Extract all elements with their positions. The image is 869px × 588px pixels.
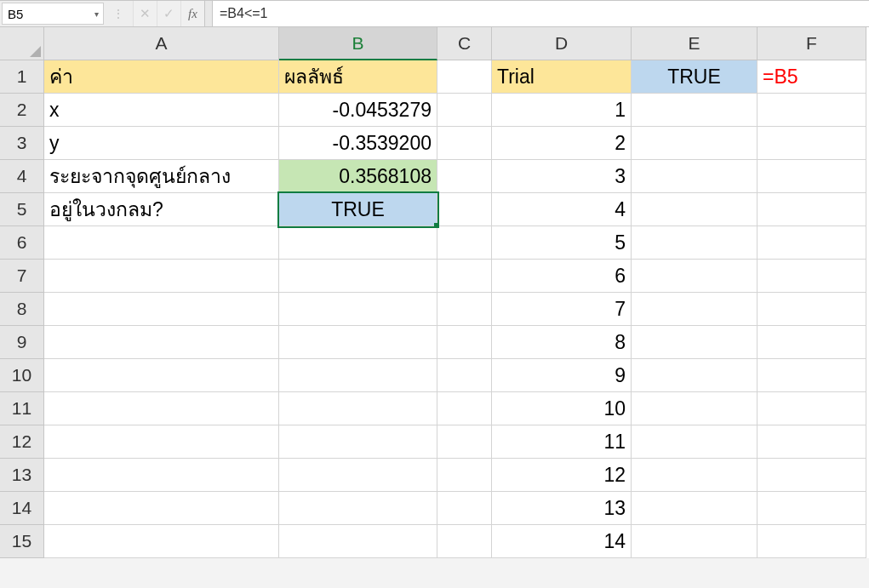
cell-B9[interactable] bbox=[279, 326, 437, 359]
cell-A10[interactable] bbox=[44, 359, 279, 392]
cell-B4[interactable]: 0.3568108 bbox=[279, 160, 437, 193]
cell-B7[interactable] bbox=[279, 260, 437, 293]
cell-D8[interactable]: 7 bbox=[492, 293, 632, 326]
cell-F7[interactable] bbox=[758, 260, 866, 293]
cell-F11[interactable] bbox=[758, 392, 866, 425]
cell-B6[interactable] bbox=[279, 226, 437, 260]
cell-E1[interactable]: TRUE bbox=[632, 60, 758, 94]
cell-C9[interactable] bbox=[437, 326, 492, 359]
cell-F4[interactable] bbox=[758, 160, 866, 193]
column-header-C[interactable]: C bbox=[437, 27, 492, 60]
cell-D7[interactable]: 6 bbox=[492, 260, 632, 293]
cell-D15[interactable]: 14 bbox=[492, 525, 632, 558]
row-header-7[interactable]: 7 bbox=[0, 260, 44, 293]
cell-F5[interactable] bbox=[758, 193, 866, 226]
cell-E4[interactable] bbox=[632, 160, 758, 193]
row-header-11[interactable]: 11 bbox=[0, 392, 44, 425]
cell-C14[interactable] bbox=[437, 492, 492, 525]
cell-C6[interactable] bbox=[437, 226, 492, 260]
name-box-wrap[interactable]: ▾ bbox=[2, 3, 104, 25]
cell-E7[interactable] bbox=[632, 260, 758, 293]
cell-C11[interactable] bbox=[437, 392, 492, 425]
cell-D13[interactable]: 12 bbox=[492, 459, 632, 492]
cell-E3[interactable] bbox=[632, 127, 758, 160]
cell-C13[interactable] bbox=[437, 459, 492, 492]
cell-D12[interactable]: 11 bbox=[492, 425, 632, 459]
cell-F13[interactable] bbox=[758, 459, 866, 492]
row-header-1[interactable]: 1 bbox=[0, 60, 44, 94]
cell-C15[interactable] bbox=[437, 525, 492, 558]
cell-C2[interactable] bbox=[437, 94, 492, 127]
cell-B14[interactable] bbox=[279, 492, 437, 525]
cell-A9[interactable] bbox=[44, 326, 279, 359]
row-header-10[interactable]: 10 bbox=[0, 359, 44, 392]
cell-D9[interactable]: 8 bbox=[492, 326, 632, 359]
row-header-5[interactable]: 5 bbox=[0, 193, 44, 226]
cell-F2[interactable] bbox=[758, 94, 866, 127]
cell-E5[interactable] bbox=[632, 193, 758, 226]
cell-F10[interactable] bbox=[758, 359, 866, 392]
row-header-4[interactable]: 4 bbox=[0, 160, 44, 193]
cell-C3[interactable] bbox=[437, 127, 492, 160]
cell-A13[interactable] bbox=[44, 459, 279, 492]
cell-A4[interactable]: ระยะจากจุดศูนย์กลาง bbox=[44, 160, 279, 193]
cell-D5[interactable]: 4 bbox=[492, 193, 632, 226]
cell-D10[interactable]: 9 bbox=[492, 359, 632, 392]
cell-A2[interactable]: x bbox=[44, 94, 279, 127]
cell-F8[interactable] bbox=[758, 293, 866, 326]
cell-D2[interactable]: 1 bbox=[492, 94, 632, 127]
cell-D6[interactable]: 5 bbox=[492, 226, 632, 260]
accept-formula-button[interactable]: ✓ bbox=[157, 1, 180, 26]
cell-E9[interactable] bbox=[632, 326, 758, 359]
cell-E2[interactable] bbox=[632, 94, 758, 127]
row-header-14[interactable]: 14 bbox=[0, 492, 44, 525]
cell-E14[interactable] bbox=[632, 492, 758, 525]
cell-B1[interactable]: ผลลัพธ์ bbox=[279, 60, 437, 94]
column-header-A[interactable]: A bbox=[44, 27, 279, 60]
cell-F6[interactable] bbox=[758, 226, 866, 260]
cell-A7[interactable] bbox=[44, 260, 279, 293]
formula-input[interactable] bbox=[213, 1, 869, 26]
cell-C7[interactable] bbox=[437, 260, 492, 293]
cell-D11[interactable]: 10 bbox=[492, 392, 632, 425]
cell-A12[interactable] bbox=[44, 425, 279, 459]
cell-A15[interactable] bbox=[44, 525, 279, 558]
cell-E11[interactable] bbox=[632, 392, 758, 425]
cell-F1[interactable]: =B5 bbox=[758, 60, 866, 94]
row-header-6[interactable]: 6 bbox=[0, 226, 44, 260]
column-header-F[interactable]: F bbox=[758, 27, 866, 60]
cell-B11[interactable] bbox=[279, 392, 437, 425]
column-header-E[interactable]: E bbox=[632, 27, 758, 60]
select-all-corner[interactable] bbox=[0, 27, 44, 60]
cell-A1[interactable]: ค่า bbox=[44, 60, 279, 94]
name-box-input[interactable] bbox=[3, 7, 90, 21]
cell-A8[interactable] bbox=[44, 293, 279, 326]
cell-D3[interactable]: 2 bbox=[492, 127, 632, 160]
cell-B3[interactable]: -0.3539200 bbox=[279, 127, 437, 160]
cell-F14[interactable] bbox=[758, 492, 866, 525]
cell-A11[interactable] bbox=[44, 392, 279, 425]
cell-C1[interactable] bbox=[437, 60, 492, 94]
cell-C12[interactable] bbox=[437, 425, 492, 459]
cell-F3[interactable] bbox=[758, 127, 866, 160]
cell-B12[interactable] bbox=[279, 425, 437, 459]
cell-B13[interactable] bbox=[279, 459, 437, 492]
cell-C10[interactable] bbox=[437, 359, 492, 392]
cell-B8[interactable] bbox=[279, 293, 437, 326]
cell-D14[interactable]: 13 bbox=[492, 492, 632, 525]
cell-C8[interactable] bbox=[437, 293, 492, 326]
cell-C4[interactable] bbox=[437, 160, 492, 193]
cell-F15[interactable] bbox=[758, 525, 866, 558]
cell-A3[interactable]: y bbox=[44, 127, 279, 160]
cancel-formula-button[interactable]: ✕ bbox=[133, 1, 157, 26]
row-header-12[interactable]: 12 bbox=[0, 425, 44, 459]
cell-D1[interactable]: Trial bbox=[492, 60, 632, 94]
cell-C5[interactable] bbox=[437, 193, 492, 226]
row-header-9[interactable]: 9 bbox=[0, 326, 44, 359]
name-box-dropdown-icon[interactable]: ▾ bbox=[90, 9, 103, 19]
cell-E15[interactable] bbox=[632, 525, 758, 558]
row-header-13[interactable]: 13 bbox=[0, 459, 44, 492]
cell-B5[interactable]: TRUE bbox=[279, 193, 437, 226]
sheet-grid[interactable]: ABCDEF1ค่าผลลัพธ์TrialTRUE=B52x-0.045327… bbox=[0, 27, 869, 558]
cell-F9[interactable] bbox=[758, 326, 866, 359]
